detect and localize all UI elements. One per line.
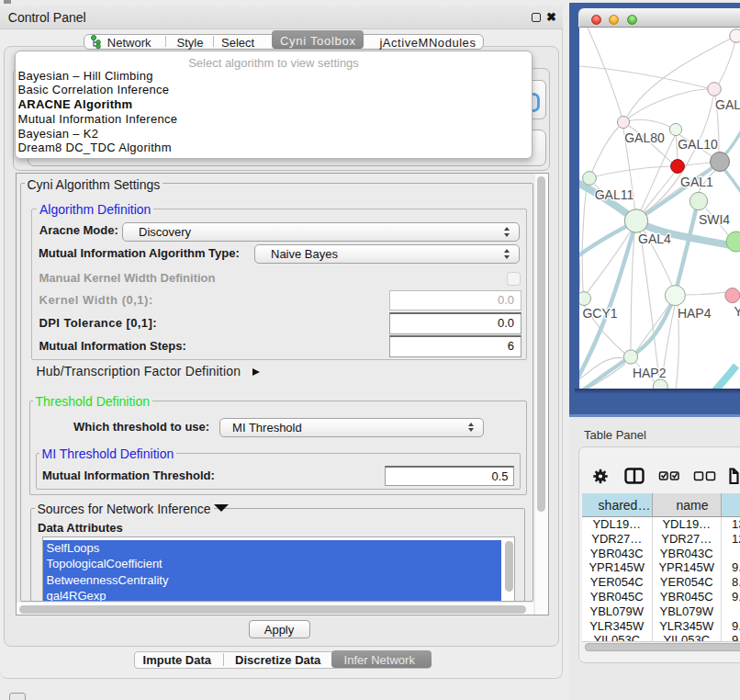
svg-text:SWI4: SWI4	[699, 212, 730, 227]
svg-text:YD: YD	[734, 304, 740, 319]
svg-text:GAL10: GAL10	[678, 137, 718, 152]
svg-text:GAL80: GAL80	[624, 130, 665, 145]
svg-text:GAL7: GAL7	[715, 97, 740, 112]
svg-text:GAL1: GAL1	[680, 175, 713, 189]
svg-text:GCY1: GCY1	[582, 306, 617, 321]
svg-text:GAL4: GAL4	[638, 231, 671, 246]
svg-text:GAL11: GAL11	[595, 187, 634, 202]
svg-text:HAP2: HAP2	[633, 366, 667, 380]
svg-text:HAP4: HAP4	[678, 306, 712, 321]
